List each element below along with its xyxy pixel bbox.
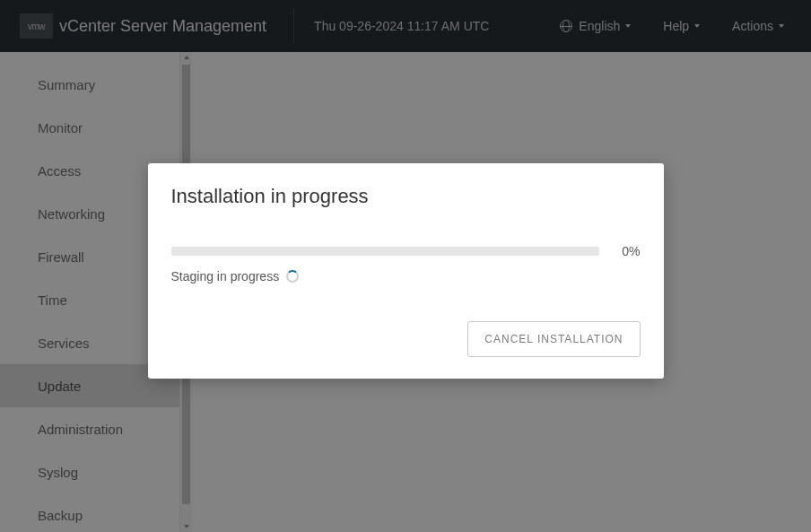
progress-bar — [171, 247, 599, 256]
modal-overlay: Installation in progress 0% Staging in p… — [0, 0, 811, 532]
status-text: Staging in progress — [171, 269, 280, 283]
modal-title: Installation in progress — [171, 185, 641, 208]
installation-modal: Installation in progress 0% Staging in p… — [148, 163, 664, 379]
spinner-icon — [286, 270, 299, 283]
cancel-installation-button[interactable]: CANCEL INSTALLATION — [467, 321, 640, 357]
progress-percent: 0% — [615, 244, 641, 258]
